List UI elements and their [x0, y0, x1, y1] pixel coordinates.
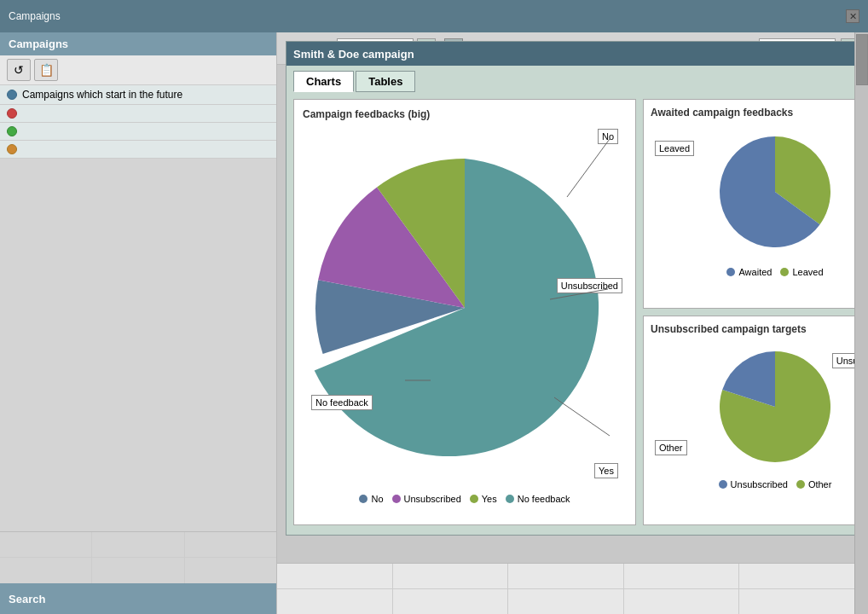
sidebar-dot-2	[7, 126, 17, 136]
tab-charts[interactable]: Charts	[293, 71, 354, 92]
modal-titlebar: Smith & Doe campaign ✕	[286, 42, 868, 66]
right-chart-panels: Awaited campaign feedbacks	[643, 99, 868, 525]
data-cell	[0, 532, 92, 557]
bottom-cell	[277, 564, 393, 588]
sidebar-footer[interactable]: Search	[0, 583, 276, 614]
bottom-cell	[508, 589, 624, 614]
modal-tabs: Charts Tables	[286, 66, 868, 92]
unsubscribed-chart-legend: Unsubscribed Other	[651, 479, 868, 489]
sidebar-item-label-0: Campaigns which start in the future	[22, 89, 182, 101]
sidebar-dot-3	[7, 144, 17, 154]
legend-dot-leaved	[780, 268, 789, 276]
left-chart-panel: Campaign feedbacks (big)	[293, 99, 636, 525]
legend-label-yes: Yes	[482, 494, 497, 504]
app-title: Campaigns	[9, 10, 61, 22]
awaited-chart-panel: Awaited campaign feedbacks	[643, 99, 868, 309]
legend-dot-no	[359, 495, 367, 503]
data-cell	[92, 532, 184, 557]
callout-other: Other	[655, 440, 687, 455]
sidebar-header: Campaigns	[0, 32, 276, 55]
copy-button[interactable]: 📋	[34, 59, 58, 81]
bottom-cell	[739, 589, 854, 614]
legend-item-leaved: Leaved	[780, 267, 823, 277]
unsubscribed-chart-title: Unsubscribed campaign targets	[651, 323, 868, 335]
sidebar-dot-0	[7, 90, 17, 100]
app-titlebar: Campaigns ✕	[0, 0, 868, 32]
app-close-button[interactable]: ✕	[846, 9, 859, 23]
scrollbar-thumb[interactable]	[856, 34, 868, 85]
tab-tables[interactable]: Tables	[356, 71, 415, 92]
legend-label-no: No	[371, 494, 383, 504]
unsubscribed-pie-svg	[690, 343, 860, 471]
legend-item-unsubscribed-legend: Unsubscribed	[719, 479, 788, 489]
legend-item-other: Other	[796, 479, 832, 489]
sidebar-dot-1	[7, 108, 17, 119]
sidebar-title: Campaigns	[9, 38, 68, 50]
data-cell	[0, 558, 92, 583]
bottom-cell	[508, 564, 624, 588]
awaited-chart-title: Awaited campaign feedbacks	[651, 107, 868, 119]
bottom-cell	[624, 589, 740, 614]
modal-content: Campaign feedbacks (big)	[286, 92, 868, 532]
legend-dot-unsubscribed	[392, 495, 401, 503]
legend-label-other: Other	[808, 479, 832, 489]
modal-title: Smith & Doe campaign	[293, 48, 414, 61]
callout-no: No	[598, 129, 618, 144]
legend-item-unsubscribed: Unsubscribed	[392, 494, 461, 504]
bottom-cell	[277, 589, 393, 614]
legend-dot-awaited	[726, 268, 735, 276]
big-pie-chart: No Unsubscribed Yes	[303, 129, 627, 487]
legend-item-no-feedback: No feedback	[506, 494, 570, 504]
awaited-pie-svg	[690, 128, 860, 256]
left-chart-legend: No Unsubscribed Yes	[303, 494, 627, 504]
legend-dot-other	[796, 480, 805, 489]
bottom-cell	[393, 564, 509, 588]
legend-label-unsubscribed-targets: Unsubscribed	[731, 479, 788, 489]
legend-item-awaited: Awaited	[726, 267, 772, 277]
modal-dialog: Smith & Doe campaign ✕ Charts Tables Cam…	[286, 41, 868, 536]
legend-label-no-feedback: No feedback	[518, 494, 570, 504]
bottom-cell	[393, 589, 509, 614]
scrollbar[interactable]	[854, 32, 868, 614]
content-area: Order by: Start date ▼ ▲ Campaigns/page:…	[277, 32, 868, 614]
big-pie-svg	[303, 146, 627, 470]
callout-leaved: Leaved	[655, 141, 694, 156]
left-chart-title: Campaign feedbacks (big)	[303, 108, 627, 120]
sidebar-item-1[interactable]	[0, 105, 276, 123]
legend-dot-no-feedback	[506, 495, 514, 503]
legend-item-no: No	[359, 494, 383, 504]
bottom-cell	[739, 564, 854, 588]
legend-label-leaved: Leaved	[792, 267, 823, 277]
modal-overlay: Smith & Doe campaign ✕ Charts Tables Cam…	[277, 32, 868, 583]
sidebar-item-0[interactable]: Campaigns which start in the future	[0, 85, 276, 105]
awaited-chart-legend: Awaited Leaved	[651, 267, 868, 277]
legend-dot-yes	[470, 495, 478, 503]
sidebar: Campaigns ↺ 📋 Campaigns which start in t…	[0, 32, 277, 614]
legend-item-yes: Yes	[470, 494, 497, 504]
sidebar-item-2[interactable]	[0, 123, 276, 141]
bottom-data-rows	[277, 563, 854, 614]
sidebar-item-3[interactable]	[0, 141, 276, 159]
refresh-button[interactable]: ↺	[7, 59, 31, 81]
data-cell	[185, 532, 276, 557]
data-cell	[92, 558, 184, 583]
unsubscribed-chart-panel: Unsubscribed campaign targets	[643, 316, 868, 525]
legend-label-unsubscribed: Unsubscribed	[404, 494, 461, 504]
data-cell	[185, 558, 276, 583]
bottom-cell	[624, 564, 740, 588]
legend-dot-unsubscribed-targets	[719, 480, 727, 489]
search-label: Search	[9, 593, 45, 605]
legend-label-awaited: Awaited	[738, 267, 772, 277]
sidebar-toolbar: ↺ 📋	[0, 55, 276, 85]
